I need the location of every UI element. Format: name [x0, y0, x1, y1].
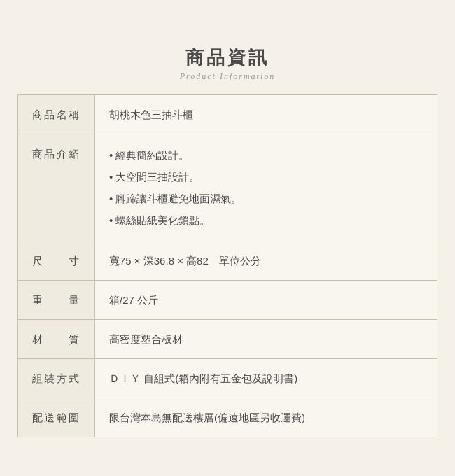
row-label: 商品介紹 [18, 134, 95, 241]
table-row: 商品名稱胡桃木色三抽斗櫃 [18, 95, 438, 134]
row-label: 商品名稱 [18, 95, 95, 134]
list-item: 大空間三抽設計。 [109, 166, 423, 188]
row-value: ＤＩＹ 自組式(箱內附有五金包及說明書) [95, 359, 438, 398]
table-row: 商品介紹經典簡約設計。大空間三抽設計。腳蹄讓斗櫃避免地面濕氣。螺絲貼紙美化鎖點。 [18, 134, 438, 241]
header: 商品資訊 Product Information [18, 38, 438, 82]
list-item: 腳蹄讓斗櫃避免地面濕氣。 [109, 188, 423, 209]
list-item: 經典簡約設計。 [109, 144, 423, 166]
table-row: 材 質高密度塑合板材 [18, 320, 438, 359]
product-info-container: 商品資訊 Product Information 商品名稱胡桃木色三抽斗櫃商品介… [18, 38, 438, 438]
row-label: 組裝方式 [18, 359, 95, 398]
row-value: 高密度塑合板材 [95, 320, 438, 359]
product-table: 商品名稱胡桃木色三抽斗櫃商品介紹經典簡約設計。大空間三抽設計。腳蹄讓斗櫃避免地面… [18, 94, 438, 438]
row-label: 材 質 [18, 320, 95, 359]
table-row: 配送範圍限台灣本島無配送樓層(偏遠地區另收運費) [18, 398, 438, 438]
table-row: 尺 寸寬75 × 深36.8 × 高82 單位公分 [18, 241, 438, 281]
row-label: 尺 寸 [18, 241, 95, 281]
row-value: 箱/27 公斤 [95, 281, 438, 320]
row-value: 經典簡約設計。大空間三抽設計。腳蹄讓斗櫃避免地面濕氣。螺絲貼紙美化鎖點。 [95, 134, 438, 241]
table-row: 組裝方式ＤＩＹ 自組式(箱內附有五金包及說明書) [18, 359, 438, 398]
row-label: 配送範圍 [18, 398, 95, 438]
list-item: 螺絲貼紙美化鎖點。 [109, 209, 423, 231]
row-value: 胡桃木色三抽斗櫃 [95, 95, 438, 134]
page-subtitle: Product Information [18, 71, 438, 82]
row-value: 寬75 × 深36.8 × 高82 單位公分 [95, 241, 438, 281]
page-title: 商品資訊 [18, 46, 438, 70]
row-value: 限台灣本島無配送樓層(偏遠地區另收運費) [95, 398, 438, 438]
row-label: 重 量 [18, 281, 95, 320]
table-row: 重 量箱/27 公斤 [18, 281, 438, 320]
